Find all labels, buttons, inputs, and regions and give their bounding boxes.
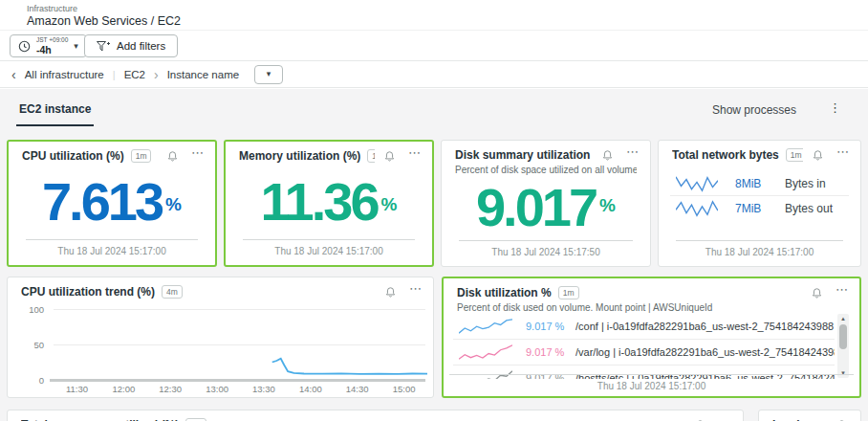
- card-header: Memory utilization (%) 1m: [239, 149, 375, 163]
- refresh-interval-badge: 4m: [162, 285, 183, 299]
- alert-bell-icon[interactable]: [384, 286, 397, 299]
- add-filters-button[interactable]: Add filters: [84, 34, 178, 57]
- y-axis-tick-0: 0: [17, 375, 44, 386]
- disk-row-conf[interactable]: 9.017 % /conf | i-0a19fdfa282291ba6_us-w…: [453, 314, 835, 340]
- alert-bell-icon[interactable]: [811, 287, 823, 299]
- divider: [676, 240, 843, 241]
- bytes-out-label: Bytes out: [785, 202, 833, 215]
- card-load-average: Load average 5m: [758, 410, 861, 421]
- billboard-value: 7.613 %: [9, 166, 215, 236]
- alert-bell-icon[interactable]: [812, 149, 824, 162]
- card-cpu-utilization-trend: CPU utilization trend (%) 4m ⋯ 100 50 0 …: [7, 277, 434, 398]
- scroll-down-icon[interactable]: ▼: [837, 370, 849, 376]
- bytes-in-label: Bytes in: [785, 177, 826, 190]
- clock-icon: [18, 40, 31, 53]
- card-menu-kebab-icon[interactable]: ⋯: [719, 414, 732, 421]
- chevron-right-icon: ›: [154, 68, 159, 81]
- disk-conf-sparkline: [459, 318, 512, 335]
- card-header: Disk summary utilization (%) 10s: [455, 148, 593, 162]
- card-disk-utilization: Disk utilization % 1m ⋯ Percent of disk …: [442, 277, 861, 398]
- cpu-trend-line-chart: [54, 309, 427, 380]
- card-subtitle: Percent of disk space utilized on all vo…: [455, 165, 637, 175]
- alert-bell-icon[interactable]: [166, 150, 179, 163]
- caret-down-icon: ▾: [267, 70, 271, 78]
- filter-funnel-icon: [97, 41, 110, 52]
- card-title: Disk utilization %: [457, 286, 552, 299]
- toolbar-row: JST +09:00 -4h ▾ Add filters: [0, 31, 868, 61]
- divider: [449, 374, 854, 375]
- add-filters-label: Add filters: [117, 40, 165, 52]
- timestamp: Thu 18 Jul 2024 15:17:00: [444, 381, 859, 391]
- card-cpu-utilization: CPU utilization (%) 1m ⋯ 7.613 % Thu 18 …: [7, 140, 217, 267]
- list-scrollbar: ▲ ▼: [837, 314, 849, 378]
- x-tick: 14:30: [334, 384, 380, 394]
- card-subtitle: Percent of disk used on volume. Mount po…: [457, 302, 846, 313]
- timezone-label: JST +09:00: [36, 37, 68, 44]
- card-menu-kebab-icon[interactable]: ⋯: [626, 144, 640, 159]
- caret-down-icon: ▾: [74, 42, 78, 51]
- timestamp: Thu 18 Jul 2024 15:17:00: [9, 246, 215, 256]
- disk-summary-unit: %: [599, 195, 616, 216]
- card-menu-kebab-icon[interactable]: ⋯: [409, 281, 423, 296]
- breadcrumb-all-infrastructure[interactable]: All infrastructure: [25, 69, 104, 80]
- card-menu-kebab-icon[interactable]: ⋯: [835, 282, 849, 297]
- instance-dropdown-button[interactable]: ▾: [254, 65, 283, 84]
- divider: [26, 239, 198, 240]
- page-menu-kebab-icon[interactable]: ⋮: [829, 100, 841, 115]
- bytes-out-value: 7MiB: [735, 202, 785, 215]
- disk-summary-value: 9.017: [476, 181, 596, 234]
- refresh-interval-badge: 1m: [786, 148, 803, 162]
- time-picker-button[interactable]: JST +09:00 -4h ▾: [10, 34, 87, 57]
- bytes-out-sparkline: [676, 200, 718, 217]
- disk-var-log-sparkline: [459, 343, 512, 361]
- page-header: Infrastructure Amazon Web Services / EC2…: [0, 0, 868, 89]
- memory-unit: %: [381, 194, 398, 215]
- show-processes-link[interactable]: Show processes: [712, 103, 796, 117]
- billboard-value: 11.36 %: [226, 166, 432, 236]
- card-title: Disk summary utilization (%): [455, 148, 593, 162]
- disk-row-var-log[interactable]: 9.017 % /var/log | i-0a19fdfa282291ba6_u…: [453, 340, 835, 366]
- card-title: Memory utilization (%): [239, 149, 360, 163]
- time-picker-value: JST +09:00 -4h: [36, 37, 68, 55]
- card-title: Total network bytes: [672, 148, 779, 162]
- card-header: Total network bytes 1m: [672, 148, 803, 162]
- network-row-bytes-out: 7MiB Bytes out: [670, 196, 849, 220]
- refresh-interval-badge: 1m: [367, 149, 375, 163]
- disk-row-value: 9.017 %: [526, 321, 575, 332]
- card-menu-kebab-icon[interactable]: ⋯: [408, 145, 422, 160]
- card-menu-kebab-icon[interactable]: ⋯: [836, 144, 850, 159]
- tab-ec2-instance[interactable]: EC2 instance: [16, 102, 94, 126]
- x-tick: 12:00: [100, 384, 147, 394]
- card-menu-kebab-icon[interactable]: ⋯: [191, 145, 205, 160]
- card-title: CPU utilization (%): [22, 149, 124, 163]
- disk-row-name: /var/log | i-0a19fdfa282291ba6_us-west-2…: [575, 346, 835, 358]
- disk-row-hostfs-etc[interactable]: 9.017 % /hostfs/etc | i-0a19fdfa282291ba…: [453, 366, 835, 379]
- page-title: Amazon Web Services / EC2: [27, 14, 181, 28]
- alert-bell-icon[interactable]: [383, 150, 396, 163]
- y-axis-tick-100: 100: [17, 304, 44, 315]
- divider: [243, 239, 415, 240]
- scrollbar-thumb[interactable]: [839, 324, 847, 349]
- network-row-bytes-in: 8MiB Bytes in: [670, 172, 849, 196]
- chevron-left-icon[interactable]: ‹: [11, 68, 16, 81]
- breadcrumb-ec2[interactable]: EC2: [124, 69, 145, 80]
- divider: [459, 240, 633, 241]
- cpu-value: 7.613: [42, 175, 162, 229]
- x-tick: 13:00: [194, 384, 241, 394]
- disk-row-value: 9.017 %: [526, 346, 575, 358]
- x-tick: 15:00: [380, 384, 427, 394]
- breadcrumb: ‹ All infrastructure | EC2 › Instance na…: [0, 61, 868, 88]
- timestamp: Thu 18 Jul 2024 15:17:00: [226, 246, 432, 256]
- infrastructure-dashboard: Infrastructure Amazon Web Services / EC2…: [0, 0, 868, 421]
- alert-bell-icon[interactable]: [601, 149, 614, 162]
- billboard-value: 9.017 %: [442, 177, 650, 237]
- bytes-in-value: 8MiB: [735, 177, 785, 190]
- breadcrumb-instance-name: Instance name: [167, 69, 239, 80]
- time-range-value: -4h: [36, 45, 68, 55]
- breadcrumb-eyebrow: Infrastructure: [27, 4, 77, 13]
- cpu-unit: %: [165, 194, 182, 215]
- scroll-up-icon[interactable]: ▲: [837, 316, 849, 321]
- card-total-swap-space-utilized: Total swap space utilized (%) 1m ⋯: [7, 410, 744, 421]
- disk-utilization-list: 9.017 % /conf | i-0a19fdfa282291ba6_us-w…: [453, 314, 835, 379]
- timestamp: Thu 18 Jul 2024 15:17:50: [442, 247, 650, 257]
